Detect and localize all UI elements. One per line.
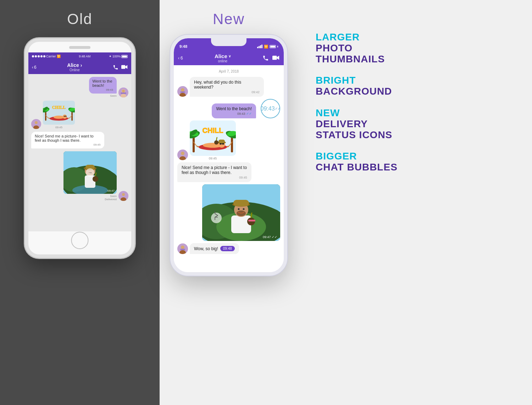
photo-time-new: 09:47 ✓✓	[263, 235, 277, 239]
sticker-time-new: 09:45	[190, 157, 236, 160]
svg-rect-51	[190, 120, 236, 156]
svg-rect-65	[218, 140, 225, 143]
name-chevron: ∨	[228, 54, 231, 58]
video-icon-old[interactable]	[121, 64, 128, 69]
back-button-old[interactable]: ‹ 6	[32, 65, 37, 70]
svg-rect-0	[121, 65, 125, 69]
bubble-send-pic-old: Nice! Send me a picture- I want to feel …	[31, 132, 104, 148]
svg-point-88	[211, 213, 222, 223]
back-label-old: 6	[34, 65, 37, 70]
svg-rect-43	[272, 56, 277, 60]
features-panel: LARGER PHOTO THUMBNAILS BRIGHT BACKGROUN…	[301, 11, 532, 194]
back-num-new: 6	[181, 56, 183, 61]
bubble-sendpic-new: Nice! Send me a picture - I want to feel…	[177, 162, 251, 182]
svg-text:CHILL: CHILL	[203, 126, 223, 134]
avatar-alice-sticker-new	[177, 150, 188, 160]
time-old: 9:48 AM	[79, 55, 90, 58]
svg-rect-87	[248, 220, 255, 221]
left-panel: Old Carrier 🛜 9:48 AM	[0, 0, 160, 405]
chill-sticker-new: CHILL	[190, 120, 236, 156]
svg-point-41	[122, 193, 125, 196]
svg-point-49	[181, 152, 184, 155]
back-chevron-new: ‹	[178, 56, 179, 61]
sticker-content-old: CHILL 09:45	[43, 100, 75, 129]
battery-body-old	[121, 55, 128, 58]
phone-icon-new[interactable]	[262, 55, 269, 61]
battery-fill-old	[122, 56, 127, 57]
wifi-old: 🛜	[57, 55, 61, 58]
signal-bars-new	[257, 45, 262, 48]
sticker-row-old: CHILL 09:45	[31, 100, 128, 129]
notch	[211, 38, 246, 46]
photo-bubble-old: → 09:47	[63, 151, 117, 194]
signal-dots	[32, 55, 45, 57]
back-arrow-old: ‹	[32, 65, 33, 70]
phone-new: 9:48 🛜	[170, 35, 287, 276]
msg-row-hey: Hey, what did you do this weekend? 09:42	[177, 77, 280, 97]
feature-2: BRIGHT BACKGROUND	[316, 75, 518, 97]
dot2	[35, 55, 37, 57]
battery-area-old: ✦ 100%	[109, 55, 128, 58]
svg-line-86	[251, 213, 252, 218]
sticker-time-old: 09:45	[43, 126, 75, 129]
svg-point-83	[238, 208, 240, 210]
photo-row-new: 09:47 ✓✓	[177, 184, 280, 241]
beach-photo-new	[202, 184, 280, 241]
wow-time: 09:48	[220, 246, 235, 251]
phone-icon-old[interactable]	[113, 64, 118, 70]
svg-point-69	[214, 140, 218, 145]
battery-pct-old: 100%	[112, 55, 121, 58]
navbar-actions-new	[262, 55, 279, 61]
navbar-old: ‹ 6 Alice › Online	[28, 60, 131, 74]
photo-bubble-new: 09:47 ✓✓	[202, 184, 280, 241]
svg-point-20	[54, 116, 64, 119]
navbar-actions-old	[113, 64, 128, 70]
right-panel: New 9:48 🛜	[160, 0, 532, 405]
svg-text:CHILL: CHILL	[52, 105, 66, 110]
date-divider: April 7, 2018	[177, 68, 280, 75]
msg-row-sendpic-new: Nice! Send me a picture - I want to feel…	[177, 162, 280, 182]
dot5	[43, 55, 45, 57]
chat-old: Went to the beach! 09:43 Seen	[28, 74, 131, 231]
phone-old: Carrier 🛜 9:48 AM ✦ 100% ‹ 6	[25, 38, 135, 258]
svg-rect-78	[231, 215, 251, 233]
svg-rect-82	[233, 200, 249, 206]
wifi-new: 🛜	[264, 45, 268, 49]
dot3	[38, 55, 40, 57]
svg-point-4	[122, 90, 125, 92]
svg-point-91	[181, 246, 184, 249]
seen-label-1: Seen	[110, 94, 117, 97]
bubble-beach-new: Went to the beach! 09:43 ✓✓	[212, 103, 256, 118]
carrier-info: Carrier 🛜	[32, 55, 61, 58]
avatar-alice-1	[118, 88, 128, 97]
svg-point-36	[93, 176, 98, 182]
feature-1: LARGER PHOTO THUMBNAILS	[316, 32, 518, 64]
beach-photo-old: →	[63, 151, 117, 194]
svg-rect-23	[64, 116, 65, 117]
sticker-row-new: CHILL 09:45	[177, 120, 280, 160]
video-icon-new[interactable]	[272, 55, 279, 61]
back-button-new[interactable]: ‹ 6	[178, 56, 183, 61]
avatar-alice-sticker	[31, 119, 41, 129]
new-phone-column: New 9:48 🛜	[170, 11, 287, 276]
screen-new: 9:48 🛜	[174, 38, 284, 272]
sticker-content-new: CHILL 09:45	[190, 120, 236, 160]
bluetooth-icon: ✦	[109, 55, 112, 58]
contact-center-new: Alice ∨ online	[215, 53, 231, 63]
svg-point-7	[35, 121, 38, 124]
svg-rect-93	[180, 249, 185, 250]
feature-4: BIGGER CHAT BUBBLES	[316, 151, 518, 173]
feature-3: NEW DELIVERY STATUS ICONS	[316, 108, 518, 140]
chill-sticker-old: CHILL	[43, 100, 75, 125]
svg-rect-24	[65, 116, 67, 117]
photo-row-old: → 09:47 SeenDelivered	[31, 151, 128, 201]
svg-rect-9	[43, 101, 75, 125]
delivery-circle: 09:43 ✓✓	[261, 99, 280, 118]
alice-name-new: Alice ∨	[215, 53, 231, 59]
avatar-alice-wow	[177, 243, 188, 254]
navbar-new: ‹ 6 Alice ∨ online	[174, 51, 284, 65]
contact-name-old: Alice › Online	[67, 62, 82, 72]
svg-rect-47	[180, 91, 185, 93]
avatar-alice-photo	[118, 191, 128, 201]
bubble-hey: Hey, what did you do this weekend? 09:42	[190, 77, 264, 97]
